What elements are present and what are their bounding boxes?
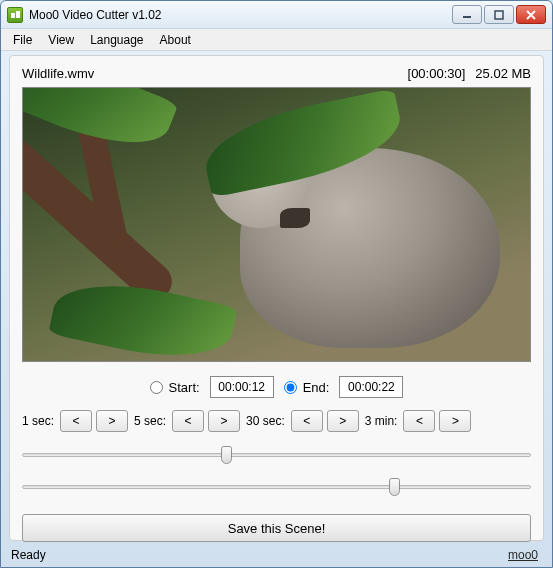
svg-rect-1 (495, 11, 503, 19)
minimize-icon (462, 10, 472, 20)
step-30sec-fwd-button[interactable]: > (327, 410, 359, 432)
end-radio-label[interactable]: End: (284, 380, 330, 395)
step-5sec-fwd-button[interactable]: > (208, 410, 240, 432)
end-slider-wrap (22, 476, 531, 498)
start-radio-label[interactable]: Start: (150, 380, 200, 395)
step-30sec-label: 30 sec: (246, 414, 285, 428)
close-button[interactable] (516, 5, 546, 24)
maximize-icon (494, 10, 504, 20)
close-icon (526, 10, 536, 20)
titlebar[interactable]: Moo0 Video Cutter v1.02 (1, 1, 552, 29)
brand-link[interactable]: moo0 (508, 548, 538, 562)
file-size: 25.02 MB (475, 66, 531, 81)
step-30sec-back-button[interactable]: < (291, 410, 323, 432)
file-duration: [00:00:30] (408, 66, 466, 81)
menu-about[interactable]: About (152, 31, 199, 49)
minimize-button[interactable] (452, 5, 482, 24)
step-row: 1 sec: < > 5 sec: < > 30 sec: < > 3 min:… (22, 410, 531, 432)
step-3min: 3 min: < > (365, 410, 472, 432)
start-slider[interactable] (22, 444, 531, 466)
app-icon (7, 7, 23, 23)
save-scene-button[interactable]: Save this Scene! (22, 514, 531, 542)
file-name: Wildlife.wmv (22, 66, 94, 81)
start-time-input[interactable] (210, 376, 274, 398)
window-title: Moo0 Video Cutter v1.02 (29, 8, 452, 22)
file-info-row: Wildlife.wmv [00:00:30] 25.02 MB (22, 66, 531, 81)
step-1sec-back-button[interactable]: < (60, 410, 92, 432)
start-slider-thumb[interactable] (221, 446, 232, 464)
step-3min-fwd-button[interactable]: > (439, 410, 471, 432)
maximize-button[interactable] (484, 5, 514, 24)
step-1sec-fwd-button[interactable]: > (96, 410, 128, 432)
menu-view[interactable]: View (40, 31, 82, 49)
menubar: File View Language About (1, 29, 552, 51)
start-radio[interactable] (150, 381, 163, 394)
client-area: Wildlife.wmv [00:00:30] 25.02 MB Start: … (9, 55, 544, 541)
start-slider-wrap (22, 444, 531, 466)
step-5sec-back-button[interactable]: < (172, 410, 204, 432)
step-5sec-label: 5 sec: (134, 414, 166, 428)
slider-track (22, 453, 531, 457)
end-label: End: (303, 380, 330, 395)
step-3min-label: 3 min: (365, 414, 398, 428)
end-time-input[interactable] (339, 376, 403, 398)
svg-rect-0 (463, 16, 471, 18)
step-30sec: 30 sec: < > (246, 410, 359, 432)
step-5sec: 5 sec: < > (134, 410, 240, 432)
slider-track (22, 485, 531, 489)
menu-language[interactable]: Language (82, 31, 151, 49)
step-1sec: 1 sec: < > (22, 410, 128, 432)
statusbar: Ready moo0 (5, 545, 544, 565)
step-1sec-label: 1 sec: (22, 414, 54, 428)
end-slider-thumb[interactable] (389, 478, 400, 496)
video-preview[interactable] (22, 87, 531, 362)
menu-file[interactable]: File (5, 31, 40, 49)
start-end-row: Start: End: (22, 376, 531, 398)
start-label: Start: (169, 380, 200, 395)
window-controls (452, 5, 546, 24)
end-slider[interactable] (22, 476, 531, 498)
end-radio[interactable] (284, 381, 297, 394)
step-3min-back-button[interactable]: < (403, 410, 435, 432)
status-text: Ready (11, 548, 46, 562)
app-window: Moo0 Video Cutter v1.02 File View Langua… (0, 0, 553, 568)
